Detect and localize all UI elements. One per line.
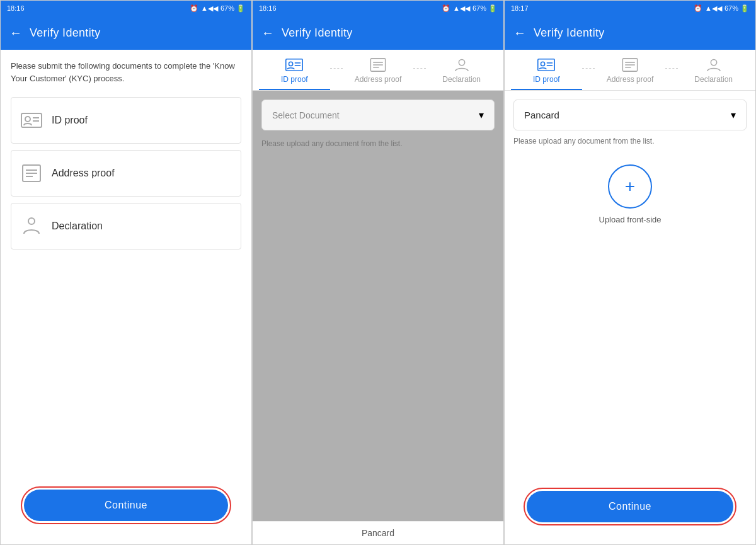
svg-point-10	[289, 62, 293, 66]
header-title-1: Verify Identity	[30, 26, 101, 40]
tab-declaration-3[interactable]: Declaration	[678, 57, 749, 90]
address-proof-icon	[20, 162, 43, 185]
select-document-dropdown[interactable]: Select Document ▾	[261, 100, 495, 130]
pancard-chevron-icon: ▾	[731, 109, 736, 121]
tab-id-proof-label-2: ID proof	[281, 75, 308, 84]
tab-connector-2-3	[665, 57, 678, 90]
tab-bar-3: ID proof Address proof Declaration	[505, 50, 755, 91]
tab-bar-2: ID proof Address proof Declaration	[253, 50, 503, 91]
tab-declaration-label-2: Declaration	[442, 75, 481, 84]
bottom-pancard-text: Pancard	[362, 528, 394, 538]
tab-id-proof-3[interactable]: ID proof	[511, 57, 582, 90]
tab-declaration-2[interactable]: Declaration	[426, 57, 497, 90]
tab-connector-1-2	[330, 57, 343, 90]
svg-point-8	[28, 218, 35, 224]
status-icons-3: ⏰ ▲◀◀ 67% 🔋	[694, 4, 749, 13]
tab-address-proof-icon-2	[369, 57, 387, 72]
header-1: ← Verify Identity	[1, 16, 251, 50]
screen2: 18:16 ⏰ ▲◀◀ 67% 🔋 ← Verify Identity ID p…	[252, 0, 504, 545]
status-bar-1: 18:16 ⏰ ▲◀◀ 67% 🔋	[1, 1, 251, 16]
continue-btn-container-1: Continue	[11, 476, 241, 534]
header-title-2: Verify Identity	[282, 26, 353, 40]
tab-address-proof-2[interactable]: Address proof	[343, 57, 414, 90]
back-button-3[interactable]: ←	[513, 26, 526, 40]
id-proof-label: ID proof	[52, 115, 88, 126]
kyc-description: Please submit the following documents to…	[11, 60, 241, 84]
tab-id-proof-icon-2	[285, 57, 303, 72]
kyc-item-id-proof[interactable]: ID proof	[11, 97, 241, 144]
declaration-label: Declaration	[52, 221, 103, 232]
svg-point-17	[459, 59, 464, 65]
status-bar-2: 18:16 ⏰ ▲◀◀ 67% 🔋	[253, 1, 503, 16]
tab-address-proof-icon-3	[621, 57, 639, 72]
upload-hint-2: Please upload any document from the list…	[261, 139, 495, 148]
upload-hint-3: Please upload any document from the list…	[513, 137, 747, 146]
status-time-1: 18:16	[7, 4, 25, 12]
tab-address-proof-label-2: Address proof	[355, 75, 402, 84]
svg-point-1	[25, 117, 30, 122]
screen2-body: Select Document ▾ Please upload any docu…	[253, 91, 503, 521]
back-button-2[interactable]: ←	[261, 26, 274, 40]
kyc-item-address-proof[interactable]: Address proof	[11, 150, 241, 197]
continue-btn-container-3: Continue	[513, 478, 747, 536]
tab-address-proof-label-3: Address proof	[607, 75, 654, 84]
tab-connector-2-2	[413, 57, 426, 90]
plus-icon: +	[625, 178, 635, 195]
svg-point-26	[711, 59, 716, 65]
screen1-body: Please submit the following documents to…	[1, 50, 251, 544]
select-document-placeholder: Select Document	[272, 110, 340, 120]
screen3: 18:17 ⏰ ▲◀◀ 67% 🔋 ← Verify Identity ID p…	[504, 0, 756, 545]
header-2: ← Verify Identity	[253, 16, 503, 50]
screen1: 18:16 ⏰ ▲◀◀ 67% 🔋 ← Verify Identity Plea…	[0, 0, 252, 545]
screen3-body: Pancard ▾ Please upload any document fro…	[505, 91, 755, 544]
tab-id-proof-icon-3	[537, 57, 555, 72]
tab-id-proof-label-3: ID proof	[533, 75, 560, 84]
continue-button-3[interactable]: Continue	[527, 491, 733, 522]
status-time-3: 18:17	[511, 4, 529, 12]
header-title-3: Verify Identity	[534, 26, 605, 40]
svg-point-19	[541, 62, 545, 66]
status-icons-1: ⏰ ▲◀◀ 67% 🔋	[190, 4, 245, 13]
header-3: ← Verify Identity	[505, 16, 755, 50]
tab-declaration-icon-2	[453, 57, 471, 72]
tab-address-proof-3[interactable]: Address proof	[595, 57, 666, 90]
back-button-1[interactable]: ←	[9, 26, 22, 40]
id-proof-icon	[20, 109, 43, 132]
status-icons-2: ⏰ ▲◀◀ 67% 🔋	[442, 4, 497, 13]
continue-btn-wrapper-1: Continue	[21, 486, 231, 524]
selected-document-text: Pancard	[524, 110, 559, 120]
tab-connector-1-3	[582, 57, 595, 90]
continue-button-1[interactable]: Continue	[24, 490, 228, 521]
upload-front-label: Upload front-side	[599, 215, 662, 224]
address-proof-label: Address proof	[52, 168, 115, 179]
tab-id-proof-2[interactable]: ID proof	[259, 57, 330, 90]
kyc-item-declaration[interactable]: Declaration	[11, 203, 241, 250]
tab-declaration-icon-3	[705, 57, 723, 72]
upload-front-section: + Upload front-side	[513, 164, 747, 224]
screen2-bottom: Pancard	[253, 521, 503, 544]
declaration-icon	[20, 215, 43, 238]
pancard-dropdown[interactable]: Pancard ▾	[513, 100, 747, 130]
dropdown-chevron-icon: ▾	[479, 109, 484, 121]
status-bar-3: 18:17 ⏰ ▲◀◀ 67% 🔋	[505, 1, 755, 16]
status-time-2: 18:16	[259, 4, 277, 12]
tab-declaration-label-3: Declaration	[694, 75, 733, 84]
upload-circle-button[interactable]: +	[608, 164, 652, 209]
continue-btn-wrapper-3: Continue	[524, 488, 736, 525]
